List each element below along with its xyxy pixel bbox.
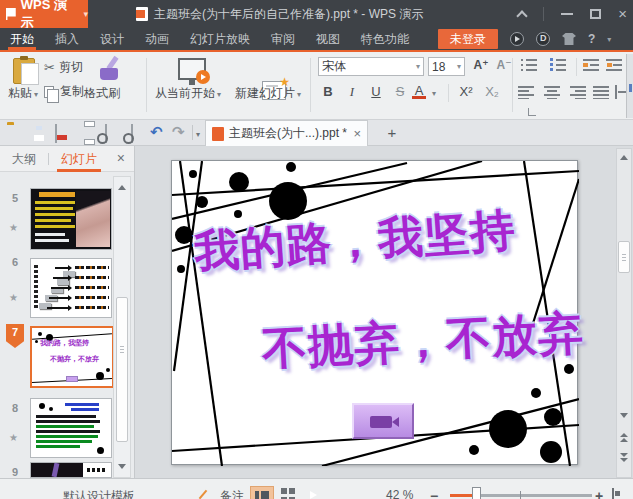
outline-tab[interactable]: 大纲 — [12, 146, 36, 172]
toolbar-options-caret[interactable]: ▾ — [196, 130, 200, 139]
align-left-button[interactable] — [518, 85, 536, 99]
next-slide-icon-2[interactable] — [620, 458, 628, 462]
grow-font-button[interactable]: A⁺ — [470, 56, 492, 75]
slide-6-thumbnail[interactable] — [30, 258, 112, 318]
slide-5-number: 5 — [12, 192, 18, 204]
scroll-down-icon[interactable] — [620, 413, 628, 418]
redo-icon[interactable]: ↷ — [172, 125, 188, 141]
slide-6-number: 6 — [12, 256, 18, 268]
title-bar: WPS 演示 ▾ 主题班会(为十年后的自己作准备).ppt * - WPS 演示… — [0, 0, 633, 28]
sidebar-scrollbar-thumb[interactable] — [116, 297, 128, 442]
video-action-button[interactable] — [352, 403, 414, 439]
new-tab-button[interactable]: + — [382, 123, 402, 143]
close-panel-icon[interactable]: × — [117, 150, 125, 166]
document-tab[interactable]: 主题班会(为十...).ppt * × — [205, 120, 368, 146]
design-template-label[interactable]: 默认设计模板 — [63, 488, 135, 499]
normal-view-button[interactable] — [250, 486, 274, 499]
decrease-indent-button[interactable] — [583, 58, 601, 72]
font-name-combobox[interactable]: 宋体▾ — [318, 57, 424, 76]
slide-9-thumbnail[interactable] — [30, 462, 112, 478]
justify-button[interactable] — [593, 85, 611, 99]
wps-flag-icon — [6, 8, 16, 20]
current-slide[interactable]: 我的路，我坚持 不抛弃，不放弃 — [171, 160, 578, 465]
sidebar-scrollbar[interactable] — [113, 176, 131, 478]
slide-6-animation-star-icon: ★ — [9, 292, 18, 303]
bold-button[interactable]: B — [318, 83, 338, 101]
scroll-up-icon[interactable] — [620, 155, 628, 160]
tab-review[interactable]: 审阅 — [271, 28, 295, 50]
play-circle-icon[interactable] — [510, 32, 524, 46]
copy-button[interactable]: 复制 — [44, 83, 84, 100]
previous-slide-icon-2[interactable] — [620, 438, 628, 442]
collapsed-panel-edge — [626, 54, 633, 118]
sidebar-scroll-up-icon[interactable] — [118, 185, 126, 190]
cut-button[interactable]: ✂ 剪切 — [44, 59, 83, 76]
close-tab-icon[interactable]: × — [353, 126, 361, 141]
slide-5-thumbnail[interactable] — [30, 188, 112, 250]
titlebar-separator — [543, 7, 544, 21]
undo-icon[interactable]: ↶ — [150, 125, 166, 141]
main-scrollbar-thumb[interactable] — [618, 241, 630, 273]
zoom-out-button[interactable]: − — [430, 488, 438, 499]
collapse-ribbon-icon[interactable] — [517, 10, 528, 21]
wps-app-menu-button[interactable]: WPS 演示 ▾ — [0, 0, 88, 28]
login-button[interactable]: 未登录 — [438, 29, 498, 49]
paste-icon — [13, 58, 35, 84]
previous-slide-icon[interactable] — [620, 433, 628, 437]
tab-view[interactable]: 视图 — [316, 28, 340, 50]
next-slide-icon[interactable] — [620, 453, 628, 457]
slide-8-thumbnail[interactable] — [30, 398, 112, 458]
slide-7-thumbnail-selected[interactable]: 我的路，我坚持 不抛弃，不放弃 — [30, 326, 114, 388]
print-preview-icon[interactable] — [105, 124, 107, 143]
font-dialog-launcher-icon[interactable] — [528, 108, 536, 116]
tab-insert[interactable]: 插入 — [55, 28, 79, 50]
slide-sorter-view-button[interactable] — [281, 488, 296, 499]
format-painter-icon — [98, 58, 120, 82]
tab-home[interactable]: 开始 — [10, 28, 34, 50]
play-from-current-button[interactable]: 从当前开始▾ — [155, 85, 221, 102]
slide-panel: 大纲 幻灯片 × 5 ★ 6 ★ — [0, 146, 135, 478]
docer-templates-icon[interactable] — [536, 32, 550, 46]
italic-button[interactable]: I — [342, 83, 362, 101]
minimize-button[interactable] — [561, 13, 573, 15]
tab-design[interactable]: 设计 — [100, 28, 124, 50]
close-button[interactable]: × — [618, 9, 627, 19]
maximize-button[interactable] — [590, 9, 601, 19]
copy-icon — [44, 86, 54, 98]
main-scrollbar[interactable] — [616, 148, 632, 478]
tab-animation[interactable]: 动画 — [145, 28, 169, 50]
notes-button[interactable]: 备注 — [220, 488, 244, 499]
tab-special-features[interactable]: 特色功能 — [361, 28, 409, 50]
font-color-caret[interactable]: ▾ — [428, 83, 438, 101]
new-slide-button[interactable]: 新建幻灯片▾ — [235, 85, 301, 102]
zoom-in-button[interactable]: + — [595, 488, 603, 499]
font-color-button[interactable]: A — [412, 83, 426, 99]
numbered-list-button[interactable] — [549, 58, 567, 72]
align-right-button[interactable] — [568, 85, 586, 99]
video-camera-icon — [370, 416, 392, 428]
skin-theme-icon[interactable] — [562, 33, 576, 45]
increase-indent-button[interactable] — [606, 58, 624, 72]
zoom-slider-handle[interactable] — [472, 487, 481, 499]
ribbon: 粘贴▾ ✂ 剪切 复制 格式刷 从当前开始▾ ★ 新建幻灯片▾ 宋体▾ 18▾ … — [0, 52, 633, 120]
help-icon[interactable]: ? — [588, 32, 595, 46]
document-preview-icon[interactable] — [131, 124, 133, 143]
bullet-list-button[interactable] — [520, 58, 538, 72]
fit-to-window-icon[interactable] — [612, 488, 614, 499]
sidebar-scroll-down-icon[interactable] — [118, 464, 126, 469]
zoom-percentage[interactable]: 42 % — [386, 488, 413, 499]
underline-button[interactable]: U — [366, 83, 386, 101]
superscript-button[interactable]: X² — [456, 83, 476, 101]
strikethrough-button[interactable]: S — [390, 83, 410, 101]
export-pdf-icon[interactable] — [55, 124, 57, 143]
tab-slideshow[interactable]: 幻灯片放映 — [190, 28, 250, 50]
subscript-button[interactable]: X₂ — [482, 83, 502, 101]
font-size-combobox[interactable]: 18▾ — [428, 57, 465, 76]
slides-tab[interactable]: 幻灯片 — [61, 146, 97, 172]
paste-button[interactable]: 粘贴▾ — [8, 85, 38, 102]
help-caret-icon[interactable]: ▾ — [607, 35, 611, 44]
ppt-tab-icon — [212, 127, 224, 141]
format-painter-button[interactable]: 格式刷 — [84, 85, 120, 102]
slide-8-animation-star-icon: ★ — [9, 432, 18, 443]
align-center-button[interactable] — [543, 85, 561, 99]
